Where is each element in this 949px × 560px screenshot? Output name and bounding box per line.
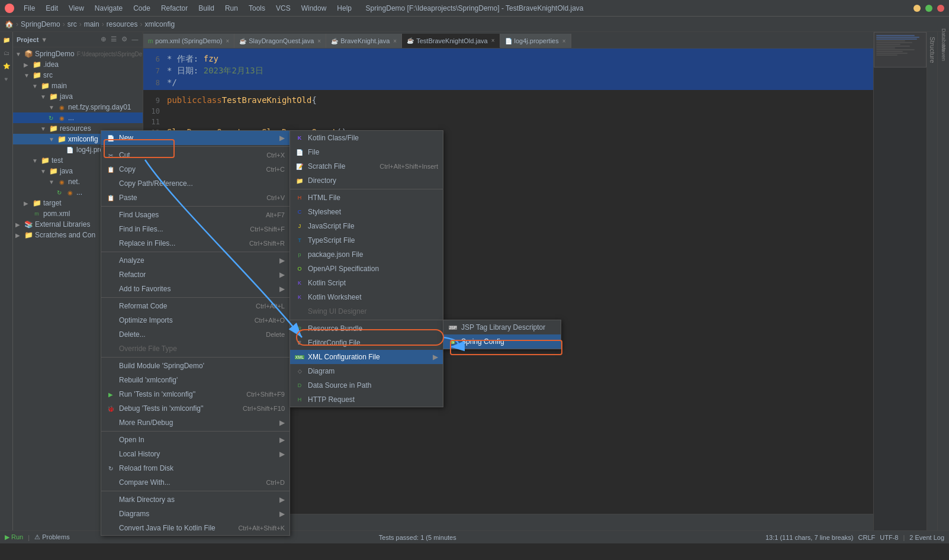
new-kotlin-worksheet[interactable]: K Kotlin Worksheet: [290, 290, 443, 304]
new-http[interactable]: H HTTP Request: [290, 392, 443, 407]
new-css[interactable]: C Stylesheet: [290, 205, 443, 219]
new-js[interactable]: J JavaScript File: [290, 219, 443, 233]
tab-slaydragon[interactable]: ☕ SlayDragonQuest.java ×: [234, 34, 326, 48]
favorites-icon[interactable]: ♥: [1, 73, 12, 84]
tree-src[interactable]: ▼ 📁 src: [13, 70, 143, 81]
ctx-find-files[interactable]: Find in Files... Ctrl+Shift+F: [101, 222, 289, 236]
ctx-more-run[interactable]: More Run/Debug ▶: [101, 416, 289, 430]
tree-springdemo[interactable]: ▼ 📦 SpringDemo F:\Ideaprojects\SpringDem…: [13, 49, 143, 59]
menu-vcs[interactable]: VCS: [271, 3, 295, 14]
ctx-run-tests[interactable]: ▶ Run 'Tests in 'xmlconfig'' Ctrl+Shift+…: [101, 387, 289, 401]
close-button[interactable]: [937, 5, 944, 12]
database-icon[interactable]: Database: [938, 34, 949, 45]
new-pkg-json[interactable]: p package.json File: [290, 247, 443, 262]
ctx-new[interactable]: 📄 New ▶: [101, 131, 289, 145]
ctx-debug-tests[interactable]: 🐞 Debug 'Tests in 'xmlconfig'' Ctrl+Shif…: [101, 401, 289, 416]
tree-main[interactable]: ▼ 📁 main: [13, 81, 143, 91]
new-openapi[interactable]: O OpenAPI Specification: [290, 262, 443, 276]
xml-jsp-tag[interactable]: JSP JSP Tag Library Descriptor: [443, 320, 561, 334]
panel-icon-collapse[interactable]: —: [131, 36, 139, 44]
tree-idea[interactable]: ▶ 📁 .idea: [13, 59, 143, 70]
menu-help[interactable]: Help: [332, 3, 356, 14]
ctx-rebuild[interactable]: Rebuild 'xmlconfig': [101, 373, 289, 387]
ctx-copy[interactable]: 📋 Copy Ctrl+C: [101, 162, 289, 176]
panel-icon-2[interactable]: ☰: [110, 36, 118, 44]
code-line-11: 11: [143, 116, 873, 127]
bookmarks-icon[interactable]: ⭐: [1, 60, 12, 71]
menu-navigate[interactable]: Navigate: [90, 3, 127, 14]
new-resource-bundle[interactable]: R Resource Bundle: [290, 321, 443, 336]
breadcrumb-main[interactable]: main: [84, 20, 99, 28]
new-xml-config[interactable]: XML XML Configuration File ▶: [290, 350, 443, 364]
tree-package-main[interactable]: ▼ ◉ net.fzy.spring.day01: [13, 102, 143, 112]
new-kotlin-script[interactable]: K Kotlin Script: [290, 276, 443, 290]
ctx-local-history[interactable]: Local History ▶: [101, 447, 289, 461]
tab-log4j[interactable]: 📄 log4j.properties ×: [500, 34, 571, 48]
menu-run[interactable]: Run: [220, 3, 243, 14]
ctx-analyze[interactable]: Analyze ▶: [101, 253, 289, 268]
ctx-copy-path[interactable]: Copy Path/Reference...: [101, 176, 289, 191]
scratch-icon: 📝: [295, 162, 304, 171]
ctx-compare[interactable]: Compare With... Ctrl+D: [101, 475, 289, 490]
left-sidebar-icons: 📁 🗂 ⭐ ♥: [0, 32, 13, 530]
menu-view[interactable]: View: [64, 3, 89, 14]
new-kotlin-class[interactable]: K Kotlin Class/File: [290, 131, 443, 145]
ctx-open-in[interactable]: Open In ▶: [101, 433, 289, 447]
structure-icon[interactable]: 🗂: [1, 47, 12, 58]
new-scratch[interactable]: 📝 Scratch File Ctrl+Alt+Shift+Insert: [290, 159, 443, 173]
new-swing-ui: Swing UI Designer: [290, 304, 443, 318]
event-log[interactable]: 2 Event Log: [909, 534, 944, 541]
ctx-find-usages[interactable]: Find Usages Alt+F7: [101, 208, 289, 222]
ctx-optimize[interactable]: Optimize Imports Ctrl+Alt+O: [101, 313, 289, 327]
ctx-build-module[interactable]: Build Module 'SpringDemo': [101, 359, 289, 373]
status-crlf[interactable]: CRLF: [858, 534, 876, 541]
ctx-convert-kotlin[interactable]: Convert Java File to Kotlin File Ctrl+Al…: [101, 521, 289, 535]
menu-tools[interactable]: Tools: [244, 3, 270, 14]
panel-icon-1[interactable]: ⊕: [99, 36, 107, 44]
menu-file[interactable]: File: [19, 3, 40, 14]
tab-braveknight[interactable]: ☕ BraveKnight.java ×: [326, 34, 402, 48]
breadcrumb-src[interactable]: src: [67, 20, 77, 28]
minimize-button[interactable]: [913, 5, 921, 12]
maximize-button[interactable]: [925, 5, 932, 12]
tree-java-main[interactable]: ▼ 📁 java: [13, 91, 143, 102]
problems-icon[interactable]: ⚠ Problems: [34, 533, 70, 541]
new-ts[interactable]: T TypeScript File: [290, 233, 443, 247]
ctx-refactor[interactable]: Refactor ▶: [101, 268, 289, 282]
structure-panel[interactable]: Structure: [927, 32, 937, 530]
new-file[interactable]: 📄 File: [290, 145, 443, 159]
maven-icon[interactable]: Maven: [938, 47, 949, 58]
spring-icon: S: [448, 337, 458, 346]
ctx-replace-files[interactable]: Replace in Files... Ctrl+Shift+R: [101, 236, 289, 250]
ctx-add-favorites[interactable]: Add to Favorites ▶: [101, 282, 289, 296]
breadcrumb-xmlconfig[interactable]: xmlconfig: [144, 20, 175, 28]
ctx-cut[interactable]: ✂ Cut Ctrl+X: [101, 148, 289, 162]
tab-pom[interactable]: m pom.xml (SpringDemo) ×: [143, 34, 234, 48]
panel-icon-3[interactable]: ⚙: [120, 36, 128, 44]
menu-refactor[interactable]: Refactor: [156, 3, 192, 14]
menu-code[interactable]: Code: [128, 3, 155, 14]
run-status-icon[interactable]: ▶ Run: [5, 533, 23, 541]
breadcrumb-resources[interactable]: resources: [107, 20, 138, 28]
menu-window[interactable]: Window: [297, 3, 332, 14]
ctx-reload[interactable]: ↻ Reload from Disk: [101, 461, 289, 475]
new-directory[interactable]: 📁 Directory: [290, 173, 443, 188]
ctx-paste[interactable]: 📋 Paste Ctrl+V: [101, 191, 289, 205]
menu-edit[interactable]: Edit: [41, 3, 63, 14]
ctx-reformat[interactable]: Reformat Code Ctrl+Alt+L: [101, 299, 289, 313]
breadcrumb-springdemo[interactable]: SpringDemo: [21, 20, 60, 28]
panel-dropdown[interactable]: ▼: [41, 36, 47, 43]
ctx-diagrams[interactable]: Diagrams ▶: [101, 507, 289, 521]
tab-testbraveknight[interactable]: ☕ TestBraveKnightOld.java ×: [402, 34, 500, 48]
xml-spring-config[interactable]: S Spring Config: [443, 334, 561, 349]
menu-build[interactable]: Build: [194, 3, 219, 14]
tree-package-item1[interactable]: ↻ ◉ ...: [13, 112, 143, 123]
project-icon[interactable]: 📁: [1, 34, 12, 45]
ctx-delete[interactable]: Delete... Delete: [101, 327, 289, 342]
new-html[interactable]: H HTML File: [290, 191, 443, 205]
new-editorconfig[interactable]: E EditorConfig File: [290, 336, 443, 350]
new-datasource[interactable]: D Data Source in Path: [290, 378, 443, 392]
status-charset[interactable]: UTF-8: [880, 534, 898, 541]
new-diagram[interactable]: ◇ Diagram: [290, 364, 443, 378]
ctx-mark-dir[interactable]: Mark Directory as ▶: [101, 493, 289, 507]
